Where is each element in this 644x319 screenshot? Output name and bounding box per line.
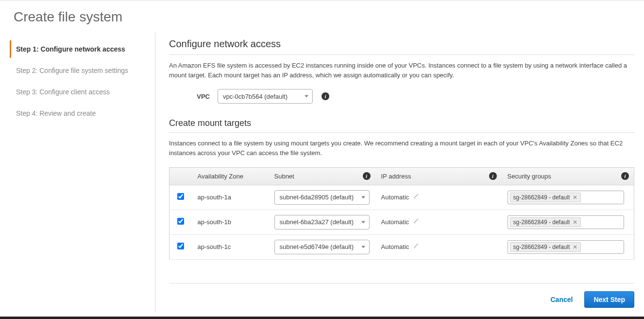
configure-network-desc: An Amazon EFS file system is accessed by…: [169, 61, 634, 80]
info-icon[interactable]: i: [322, 92, 329, 100]
subnet-select-value: subnet-e5d6749e (default): [280, 243, 354, 250]
table-row: ap-south-1a subnet-6da28905 (default) Au…: [169, 185, 634, 210]
az-cell: ap-south-1a: [192, 185, 269, 210]
col-ip: IP address i: [375, 167, 502, 185]
sg-chip-label: sg-28662849 - default: [513, 244, 570, 250]
pencil-icon[interactable]: [414, 218, 420, 226]
security-groups-input[interactable]: sg-28662849 - default ✕: [508, 191, 624, 204]
chevron-down-icon: [361, 246, 365, 248]
col-subnet: Subnet i: [269, 167, 375, 185]
az-cell: ap-south-1c: [192, 234, 269, 259]
main-content: Configure network access An Amazon EFS f…: [155, 33, 634, 313]
row-checkbox[interactable]: [177, 243, 184, 249]
mount-targets-table: Availability Zone Subnet i IP address i …: [169, 167, 634, 260]
col-sg: Security groups i: [502, 167, 634, 185]
vpc-row: VPC vpc-0cb7b564 (default) i: [169, 89, 634, 104]
subnet-select-value: subnet-6ba23a27 (default): [280, 218, 354, 226]
cancel-button[interactable]: Cancel: [551, 296, 573, 303]
table-row: ap-south-1b subnet-6ba23a27 (default) Au…: [169, 210, 634, 234]
col-ip-label: IP address: [381, 173, 411, 180]
row-checkbox[interactable]: [177, 193, 184, 200]
page-title: Create file system: [0, 0, 644, 33]
row-checkbox[interactable]: [177, 218, 184, 225]
configure-network-title: Configure network access: [169, 38, 634, 55]
pencil-icon[interactable]: [414, 194, 420, 201]
subnet-select[interactable]: subnet-6da28905 (default): [274, 190, 370, 205]
vpc-select[interactable]: vpc-0cb7b564 (default): [218, 89, 313, 104]
sg-chip-label: sg-28662849 - default: [513, 194, 570, 201]
pencil-icon[interactable]: [414, 243, 420, 250]
subnet-select[interactable]: subnet-6ba23a27 (default): [274, 215, 370, 230]
chevron-down-icon: [361, 221, 365, 223]
info-icon[interactable]: i: [621, 172, 629, 180]
az-cell: ap-south-1b: [192, 210, 269, 234]
sg-chip-label: sg-28662849 - default: [513, 219, 570, 226]
bottom-bar: [0, 317, 644, 319]
info-icon[interactable]: i: [489, 172, 497, 180]
sg-chip: sg-28662849 - default ✕: [510, 193, 581, 202]
ip-value: Automatic: [381, 218, 409, 226]
wizard-sidebar: Step 1: Configure network access Step 2:…: [10, 33, 155, 313]
sg-chip: sg-28662849 - default ✕: [510, 242, 581, 252]
col-az: Availability Zone: [192, 167, 269, 185]
vpc-label: VPC: [169, 93, 218, 100]
create-mount-targets-title: Create mount targets: [169, 118, 634, 133]
col-subnet-label: Subnet: [274, 173, 294, 180]
subnet-select[interactable]: subnet-e5d6749e (default): [274, 240, 370, 254]
chevron-down-icon: [361, 196, 365, 198]
step-1[interactable]: Step 1: Configure network access: [10, 40, 150, 58]
next-step-button[interactable]: Next Step: [584, 291, 634, 308]
ip-value: Automatic: [381, 194, 409, 201]
footer-actions: Cancel Next Step: [169, 283, 634, 308]
col-sg-label: Security groups: [508, 173, 551, 180]
sg-chip: sg-28662849 - default ✕: [510, 217, 581, 227]
security-groups-input[interactable]: sg-28662849 - default ✕: [508, 215, 624, 229]
remove-chip-icon[interactable]: ✕: [573, 219, 577, 225]
col-checkbox: [169, 167, 192, 185]
remove-chip-icon[interactable]: ✕: [573, 244, 577, 250]
chevron-down-icon: [305, 95, 308, 98]
ip-value: Automatic: [381, 243, 409, 250]
table-row: ap-south-1c subnet-e5d6749e (default) Au…: [169, 234, 634, 259]
vpc-select-value: vpc-0cb7b564 (default): [223, 93, 288, 100]
subnet-select-value: subnet-6da28905 (default): [280, 194, 354, 201]
security-groups-input[interactable]: sg-28662849 - default ✕: [508, 240, 624, 254]
remove-chip-icon[interactable]: ✕: [573, 195, 577, 200]
info-icon[interactable]: i: [363, 172, 371, 180]
step-3[interactable]: Step 3: Configure client access: [10, 83, 150, 101]
create-mount-targets-desc: Instances connect to a file system by us…: [169, 139, 634, 158]
step-2[interactable]: Step 2: Configure file system settings: [10, 62, 150, 79]
step-4[interactable]: Step 4: Review and create: [10, 105, 150, 122]
